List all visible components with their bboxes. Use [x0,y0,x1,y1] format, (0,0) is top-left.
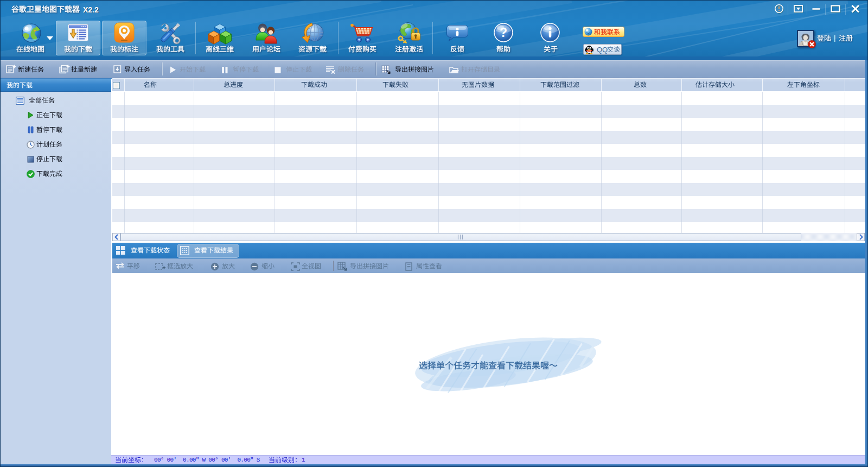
svg-text:?: ? [500,26,507,40]
